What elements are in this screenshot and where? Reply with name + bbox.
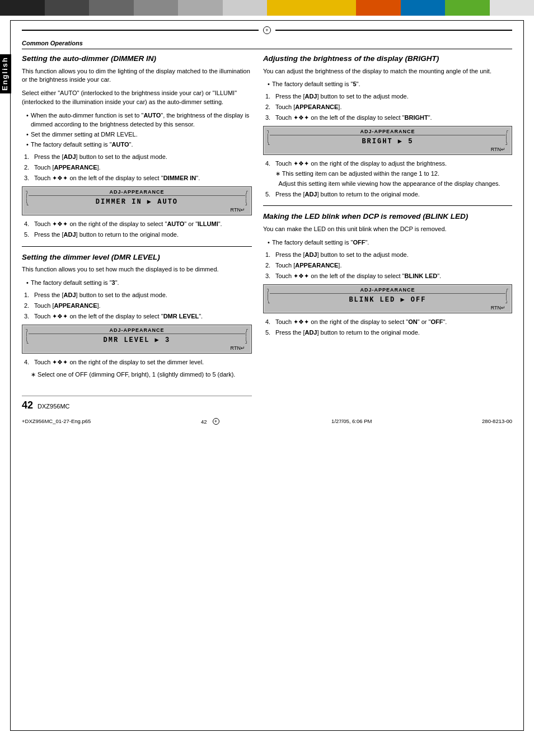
- blink-led-step-3: 3.Touch ✦❖✦ on the left of the display t…: [265, 272, 512, 281]
- dec-line-left: [22, 30, 259, 31]
- divider-2: [263, 205, 512, 206]
- lcd-right-marks-1: ┌││┘: [245, 189, 248, 208]
- lcd-blink-footer: RTN↵: [270, 305, 505, 311]
- auto-dimmer-bullet-2: Set the dimmer setting at DMR LEVEL.: [26, 130, 252, 139]
- auto-dimmer-step-3: 3.Touch ✦❖✦ on the left of the display t…: [24, 174, 252, 183]
- right-column: Adjusting the brightness of the display …: [263, 54, 512, 411]
- auto-dimmer-select: Select either "AUTO" (interlocked to the…: [22, 89, 252, 107]
- auto-dimmer-steps: 1.Press the [ADJ] button to set to the a…: [22, 153, 252, 183]
- lcd-dimmer-footer: RTN↵: [29, 207, 245, 213]
- footer-center-area: 42: [201, 418, 222, 425]
- dec-line-right: [275, 30, 512, 31]
- footer-right: 1/27/05, 6:06 PM: [331, 418, 372, 425]
- blink-led-step-2: 2.Touch [APPEARANCE].: [265, 261, 512, 270]
- dmr-level-sub-note: ∗ Select one of OFF (dimming OFF, bright…: [22, 370, 252, 379]
- blink-led-step-4: 4.Touch ✦❖✦ on the right of the display …: [265, 318, 512, 327]
- brightness-title: Adjusting the brightness of the display …: [263, 54, 512, 64]
- page-frame: English Common Operations Setting the au…: [10, 20, 524, 731]
- lcd-dimmer-in: ┐││└ ADJ-APPEARANCE DIMMER IN ▶ AUTO RTN…: [22, 186, 252, 215]
- lcd-bright: ┐││└ ADJ-APPEARANCE BRIGHT ▶ 5 RTN↵ ┌││┘: [263, 126, 512, 155]
- auto-dimmer-intro: This function allows you to dim the ligh…: [22, 67, 252, 85]
- dmr-level-title: Setting the dimmer level (DMR LEVEL): [22, 252, 252, 262]
- auto-dimmer-title: Setting the auto-dimmer (DIMMER IN): [22, 54, 252, 64]
- brightness-step4-note1: ∗ This setting item can be adjusted with…: [275, 170, 512, 178]
- lcd-blink-title: ADJ-APPEARANCE: [270, 287, 505, 294]
- footer-center: 42: [201, 419, 207, 425]
- lcd-blink-content: BLINK LED ▶ OFF: [270, 295, 505, 304]
- color-block-green: [445, 0, 490, 16]
- color-block-yellow: [267, 0, 312, 16]
- divider-1: [22, 246, 252, 247]
- lcd-bright-inner: ADJ-APPEARANCE BRIGHT ▶ 5 RTN↵: [270, 129, 505, 152]
- footer-bar: +DXZ956MC_01-27-Eng.p65 42 1/27/05, 6:06…: [22, 416, 512, 426]
- color-block-yellow2: [312, 0, 357, 16]
- blink-led-step-1: 1.Press the [ADJ] button to set to the a…: [265, 251, 512, 260]
- color-block-5: [178, 0, 223, 16]
- color-block-1: [0, 0, 45, 16]
- blink-led-steps: 1.Press the [ADJ] button to set to the a…: [263, 251, 512, 281]
- auto-dimmer-section: Setting the auto-dimmer (DIMMER IN) This…: [22, 54, 252, 240]
- lcd-dmr-title: ADJ-APPEARANCE: [29, 327, 245, 334]
- auto-dimmer-step-2: 2.Touch [APPEARANCE].: [24, 163, 252, 172]
- brightness-bullets: The factory default setting is "5".: [263, 80, 512, 89]
- lcd-dmr-footer: RTN↵: [29, 345, 245, 351]
- auto-dimmer-bullet-3: The factory default setting is "AUTO".: [26, 140, 252, 149]
- brightness-step-4: 4.Touch ✦❖✦ on the right of the display …: [265, 159, 512, 188]
- lcd-dmr-inner: ADJ-APPEARANCE DMR LEVEL ▶ 3 RTN↵: [29, 327, 245, 351]
- dmr-level-intro: This function allows you to set how much…: [22, 265, 252, 274]
- page-number: 42: [22, 400, 33, 411]
- color-block-4: [134, 0, 179, 16]
- language-sidebar: English: [0, 54, 11, 93]
- blink-led-step-5: 5.Press the [ADJ] button to return to th…: [265, 328, 512, 337]
- dmr-level-steps-cont: 4.Touch ✦❖✦ on the right of the display …: [22, 358, 252, 367]
- lcd-right-marks-2: ┌││┘: [245, 327, 248, 346]
- auto-dimmer-step-4: 4.Touch ✦❖✦ on the right of the display …: [24, 220, 252, 229]
- brightness-steps: 1.Press the [ADJ] button to set to the a…: [263, 92, 512, 123]
- dmr-level-steps: 1.Press the [ADJ] button to set to the a…: [22, 291, 252, 321]
- lcd-dimmer-content: DIMMER IN ▶ AUTO: [29, 198, 245, 206]
- dmr-level-step-3: 3.Touch ✦❖✦ on the left of the display t…: [24, 312, 252, 321]
- lcd-dimmer-title: ADJ-APPEARANCE: [29, 189, 245, 196]
- brightness-steps-cont: 4.Touch ✦❖✦ on the right of the display …: [263, 159, 512, 199]
- compass-icon: [263, 26, 271, 34]
- auto-dimmer-bullets: When the auto-dimmer function is set to …: [22, 111, 252, 149]
- brightness-bullet-1: The factory default setting is "5".: [268, 80, 512, 89]
- blink-led-steps-cont: 4.Touch ✦❖✦ on the right of the display …: [263, 318, 512, 337]
- color-block-light: [490, 0, 535, 16]
- brightness-step-5: 5.Press the [ADJ] button to return to th…: [265, 190, 512, 199]
- page-bottom: 42 DXZ956MC: [22, 396, 252, 411]
- blink-led-bullets: The factory default setting is "OFF".: [263, 238, 512, 247]
- top-color-bar: [0, 0, 534, 16]
- brightness-intro: You can adjust the brightness of the dis…: [263, 67, 512, 76]
- footer-left: +DXZ956MC_01-27-Eng.p65: [22, 418, 91, 425]
- brightness-step-3: 3.Touch ✦❖✦ on the left of the display t…: [265, 114, 512, 123]
- blink-led-title: Making the LED blink when DCP is removed…: [263, 212, 512, 222]
- page-model: DXZ956MC: [38, 403, 69, 410]
- two-column-layout: Setting the auto-dimmer (DIMMER IN) This…: [22, 54, 512, 411]
- left-column: Setting the auto-dimmer (DIMMER IN) This…: [22, 54, 252, 411]
- lcd-bright-title: ADJ-APPEARANCE: [270, 129, 505, 135]
- dmr-level-bullet-1: The factory default setting is "3".: [26, 279, 252, 288]
- auto-dimmer-steps-cont: 4.Touch ✦❖✦ on the right of the display …: [22, 220, 252, 240]
- blink-led-intro: You can make the LED on this unit blink …: [263, 225, 512, 234]
- top-bar-left: [0, 0, 267, 16]
- brightness-step4-note2: Adjust this setting item while viewing h…: [275, 180, 512, 189]
- auto-dimmer-bullet-1: When the auto-dimmer function is set to …: [26, 111, 252, 129]
- top-decoration: [22, 26, 512, 34]
- dmr-level-step-2: 2.Touch [APPEARANCE].: [24, 302, 252, 311]
- auto-dimmer-step-5: 5.Press the [ADJ] button to return to th…: [24, 231, 252, 240]
- lcd-right-marks-3: ┌││┘: [505, 129, 508, 148]
- brightness-step-2: 2.Touch [APPEARANCE].: [265, 103, 512, 112]
- brightness-step-1: 1.Press the [ADJ] button to set to the a…: [265, 92, 512, 101]
- lcd-right-marks-4: ┌││┘: [505, 287, 508, 306]
- compass-center: [259, 26, 275, 34]
- color-block-2: [45, 0, 90, 16]
- dmr-level-bullets: The factory default setting is "3".: [22, 279, 252, 288]
- lcd-bright-footer: RTN↵: [270, 147, 505, 152]
- blink-led-bullet-1: The factory default setting is "OFF".: [268, 238, 512, 247]
- page-content: Common Operations Setting the auto-dimme…: [11, 21, 523, 437]
- color-block-6: [223, 0, 268, 16]
- blink-led-section: Making the LED blink when DCP is removed…: [263, 212, 512, 337]
- lcd-blink-inner: ADJ-APPEARANCE BLINK LED ▶ OFF RTN↵: [270, 287, 505, 311]
- dmr-level-step-1: 1.Press the [ADJ] button to set to the a…: [24, 291, 252, 300]
